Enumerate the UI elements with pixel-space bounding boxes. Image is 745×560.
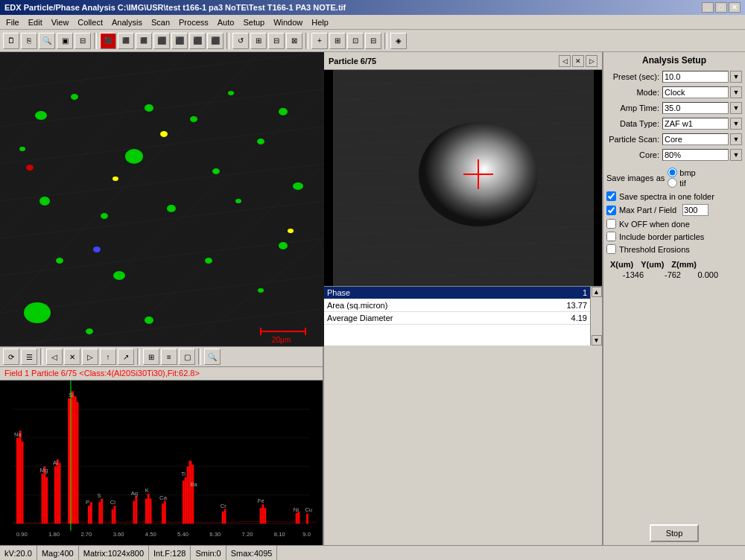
menu-analysis[interactable]: Analysis [107, 16, 147, 28]
toolbar-btn-4[interactable]: ▣ [57, 33, 73, 49]
svg-point-41 [288, 229, 294, 233]
menu-scan[interactable]: Scan [147, 16, 174, 28]
separator-4 [384, 33, 387, 49]
max-part-input[interactable]: 300 [682, 204, 708, 216]
toolbar-btn-19[interactable]: ⊡ [347, 33, 364, 49]
table-scrollbar[interactable]: ▲ ▼ [590, 287, 602, 346]
stop-button[interactable]: Stop [650, 524, 700, 542]
menu-window[interactable]: Window [269, 16, 307, 28]
sep-s2 [137, 349, 140, 365]
particle-image-container[interactable] [324, 70, 602, 286]
amp-time-input[interactable]: 35.0 [662, 102, 729, 114]
toolbar-btn-16[interactable]: ⊠ [286, 33, 302, 49]
particle-scan-input[interactable]: Core [662, 133, 729, 145]
preset-dropdown-btn[interactable]: ▼ [730, 71, 742, 83]
menu-view[interactable]: View [47, 16, 74, 28]
toolbar-btn-3[interactable]: 🔍 [39, 33, 55, 49]
minimize-button[interactable]: _ [702, 2, 714, 13]
toolbar-btn-15[interactable]: ⊟ [268, 33, 285, 49]
svg-rect-92 [188, 461, 191, 524]
save-spectra-checkbox[interactable] [606, 191, 616, 201]
amp-time-dropdown-btn[interactable]: ▼ [730, 102, 742, 114]
particle-scan-dropdown-btn[interactable]: ▼ [730, 133, 742, 145]
bmp-radio[interactable] [668, 168, 677, 177]
menu-setup[interactable]: Setup [238, 16, 269, 28]
area-value: 13.77 [527, 301, 587, 310]
toolbar-btn-13[interactable]: ↺ [232, 33, 249, 49]
menu-edit[interactable]: Edit [24, 16, 47, 28]
data-type-input[interactable]: ZAF w1 [662, 118, 729, 130]
toolbar-btn-11[interactable]: ⬛ [189, 33, 206, 49]
toolbar-btn-20[interactable]: ⊟ [365, 33, 381, 49]
data-type-label: Data Type: [606, 119, 662, 128]
menu-file[interactable]: File [1, 16, 24, 28]
toolbar-btn-5[interactable]: ⊟ [74, 33, 91, 49]
scroll-down-btn[interactable]: ▼ [592, 335, 602, 346]
sem-image[interactable]: 20μm [0, 52, 324, 346]
svg-rect-73 [59, 463, 61, 524]
toolbar-btn-10[interactable]: ⬛ [171, 33, 188, 49]
table-row-phase[interactable]: Phase 1 [324, 287, 590, 299]
menu-collect[interactable]: Collect [73, 16, 107, 28]
particle-nav-left[interactable]: ◁ [559, 55, 571, 67]
toolbar-btn-2[interactable]: ⎘ [21, 33, 37, 49]
toolbar-btn-1[interactable]: 🗒 [3, 33, 19, 49]
kv-off-checkbox[interactable] [606, 219, 616, 229]
svg-rect-78 [88, 506, 90, 524]
spectrum-btn-2[interactable]: ☰ [21, 349, 37, 365]
spectrum-btn-1[interactable]: ⟳ [3, 349, 19, 365]
menu-process[interactable]: Process [174, 16, 213, 28]
svg-rect-88 [135, 497, 137, 524]
toolbar-btn-8[interactable]: ⬛ [136, 33, 152, 49]
core-dropdown-btn[interactable]: ▼ [730, 149, 742, 161]
svg-point-26 [212, 168, 220, 174]
data-type-dropdown-btn[interactable]: ▼ [730, 118, 742, 130]
toolbar-btn-12[interactable]: ⬛ [207, 33, 224, 49]
spectrum-btn-5[interactable]: ▷ [82, 349, 98, 365]
mode-input[interactable]: Clock [662, 86, 729, 98]
separator-3 [305, 33, 308, 49]
threshold-checkbox[interactable] [606, 244, 616, 254]
spectrum-btn-11[interactable]: 🔍 [204, 349, 221, 365]
particle-nav-close[interactable]: ✕ [572, 55, 584, 67]
spectrum-btn-10[interactable]: ▢ [179, 349, 195, 365]
core-input[interactable]: 80% [662, 149, 729, 161]
maximize-button[interactable]: □ [715, 2, 727, 13]
svg-text:Ca: Ca [159, 494, 168, 501]
spectrum-btn-9[interactable]: ≡ [161, 349, 177, 365]
separator-1 [94, 33, 97, 49]
spectrum-btn-4[interactable]: ✕ [64, 349, 80, 365]
phase-value: 1 [527, 288, 587, 297]
table-row-diameter[interactable]: Average Diameter 4.19 [324, 312, 590, 325]
spectrum-btn-6[interactable]: ↑ [100, 349, 116, 365]
include-border-checkbox[interactable] [606, 232, 616, 241]
particle-nav-right[interactable]: ▷ [586, 55, 597, 67]
toolbar-btn-18[interactable]: ⊞ [329, 33, 346, 49]
spectrum-btn-3[interactable]: ◁ [46, 349, 63, 365]
svg-point-21 [190, 116, 197, 122]
toolbar-btn-7[interactable]: ⬛ [118, 33, 134, 49]
svg-rect-68 [42, 474, 44, 524]
spectrum-panel[interactable]: 0.90 1.80 2.70 3.60 4.50 5.40 6.30 7.20 … [0, 381, 323, 545]
diameter-label: Average Diameter [327, 314, 527, 322]
mode-dropdown-btn[interactable]: ▼ [730, 86, 742, 98]
spectrum-btn-7[interactable]: ↗ [118, 349, 134, 365]
toolbar-btn-14[interactable]: ⊞ [250, 33, 267, 49]
toolbar-btn-21[interactable]: ◈ [390, 33, 407, 49]
preset-input[interactable]: 10.0 [662, 71, 729, 83]
scroll-up-btn[interactable]: ▲ [592, 287, 602, 297]
table-row-area[interactable]: Area (sq.micron) 13.77 [324, 299, 590, 312]
toolbar-btn-17[interactable]: + [311, 33, 328, 49]
spectrum-btn-8[interactable]: ⊞ [143, 349, 159, 365]
status-kv: kV:20.0 [0, 546, 37, 560]
toolbar-btn-9[interactable]: ⬛ [153, 33, 170, 49]
close-button[interactable]: ✕ [729, 2, 741, 13]
menu-auto[interactable]: Auto [213, 16, 239, 28]
max-part-checkbox[interactable] [606, 206, 616, 215]
spectrum-info-bar: Field 1 Particle 6/75 <Class:4(Al20Si30T… [0, 367, 323, 381]
max-part-label: Max Part / Field [619, 206, 676, 214]
titlebar: EDX Particle/Phase Analysis C:\IMG\USR\t… [0, 0, 745, 15]
menu-help[interactable]: Help [307, 16, 333, 28]
tif-radio[interactable] [668, 178, 677, 188]
toolbar-btn-6[interactable]: ⬛ [100, 33, 116, 49]
